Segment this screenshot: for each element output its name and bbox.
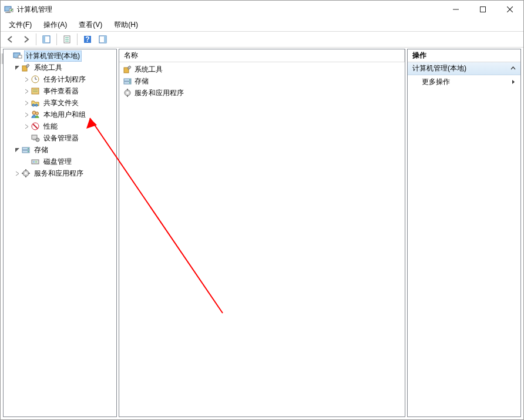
tree-label: 事件查看器 [42,86,80,97]
svg-point-56 [126,92,129,94]
menu-view[interactable]: 查看(V) [74,19,107,31]
svg-rect-48 [22,173,23,174]
svg-rect-25 [32,88,39,94]
chevron-right-icon[interactable] [22,112,31,117]
svg-point-31 [36,112,39,115]
tree-services-apps[interactable]: 服务和应用程序 [4,167,116,179]
list-item-label: 系统工具 [135,65,163,75]
forward-button[interactable] [19,33,33,46]
list-item-label: 服务和应用程序 [135,88,184,98]
svg-rect-57 [127,89,128,90]
tree-label: 磁盘管理 [42,156,73,167]
system-tools-icon [21,63,31,72]
svg-point-29 [35,104,38,106]
work-area: ▸ 计算机管理(本地) 系统工具 任务计划程序 事件查看器 [3,49,521,417]
menu-action[interactable]: 操作(A) [39,19,72,31]
tree-label: 任务计划程序 [42,74,88,85]
device-manager-icon [31,133,40,143]
shared-folders-icon [31,98,40,107]
titlebar: 计算机管理 [1,1,523,18]
toolbar-separator [36,33,36,45]
actions-header: 操作 [408,49,520,62]
help-button[interactable]: ? [80,33,95,46]
list-item-system-tools[interactable]: 系统工具 [119,63,405,75]
tree-shared-folders[interactable]: 共享文件夹 [4,97,116,109]
back-button[interactable] [4,33,18,46]
tree-task-scheduler[interactable]: 任务计划程序 [4,73,116,85]
svg-point-28 [32,104,35,106]
svg-point-36 [36,138,39,142]
partial-external-widget [1,53,3,64]
close-button[interactable] [496,1,523,18]
chevron-right-icon[interactable] [13,171,21,176]
tree-label: 系统工具 [32,62,64,73]
actions-section-title: 计算机管理(本地) [412,63,466,73]
window-title: 计算机管理 [17,5,442,15]
svg-rect-2 [5,12,11,13]
performance-icon [31,122,40,131]
tree-system-tools[interactable]: 系统工具 [4,62,116,73]
tree-storage[interactable]: 存储 [4,144,116,156]
chevron-right-icon[interactable] [22,89,31,94]
svg-rect-42 [33,161,35,163]
show-hide-tree-button[interactable] [39,33,53,46]
minimize-button[interactable] [442,1,469,18]
actions-more[interactable]: 更多操作 [408,75,520,88]
menubar: 文件(F) 操作(A) 查看(V) 帮助(H) [1,18,523,31]
storage-icon [21,145,31,154]
svg-rect-47 [25,176,26,177]
app-icon [4,5,14,14]
column-header-name[interactable]: 名称 [119,49,405,62]
clock-icon [31,75,40,84]
svg-rect-35 [33,139,36,140]
system-tools-icon [123,65,132,74]
chevron-down-icon[interactable] [13,147,21,153]
tree-label: 服务和应用程序 [32,168,85,179]
list-header: 名称 [119,49,405,62]
tree-disk-management[interactable]: ▸ 磁盘管理 [4,156,116,167]
chevron-right-icon[interactable] [22,77,31,82]
tree-label: 计算机管理(本地) [24,51,82,62]
chevron-down-icon[interactable] [13,65,21,70]
list-item-services-apps[interactable]: 服务和应用程序 [119,87,405,99]
services-icon [21,169,31,178]
show-hide-action-pane-button[interactable] [96,33,110,46]
tree-pane[interactable]: ▸ 计算机管理(本地) 系统工具 任务计划程序 事件查看器 [3,49,117,417]
actions-section-header[interactable]: 计算机管理(本地) [408,62,520,75]
svg-point-39 [28,148,29,149]
computer-management-icon [13,51,22,61]
chevron-right-icon [512,79,516,85]
tree-label: 性能 [42,121,59,132]
users-icon [31,110,40,119]
tree-device-manager[interactable]: ▸ 设备管理器 [4,132,116,144]
chevron-right-icon[interactable] [22,124,31,129]
services-icon [123,88,132,98]
disk-management-icon [31,157,40,166]
svg-rect-43 [35,161,37,163]
tree-event-viewer[interactable]: 事件查看器 [4,85,116,97]
tree-performance[interactable]: 性能 [4,120,116,132]
tree-label: 存储 [32,145,50,156]
menu-file[interactable]: 文件(F) [4,19,36,31]
list-body: 系统工具 存储 服务和应用程序 [119,62,405,100]
svg-point-30 [32,111,36,115]
toolbar-separator [56,33,57,45]
tree-root-computer-management[interactable]: ▸ 计算机管理(本地) [4,50,116,62]
list-item-label: 存储 [135,76,149,86]
menu-help[interactable]: 帮助(H) [109,19,143,31]
tree-label: 本地用户和组 [42,109,88,120]
tree-local-users-groups[interactable]: 本地用户和组 [4,109,116,120]
svg-rect-49 [28,173,30,174]
list-pane[interactable]: 名称 系统工具 存储 服务和应用程序 [119,49,405,417]
collapse-icon[interactable] [510,66,516,71]
svg-text:?: ? [85,35,89,43]
svg-rect-9 [43,36,45,43]
list-item-storage[interactable]: 存储 [119,75,405,87]
actions-more-label: 更多操作 [422,77,450,87]
tree-label: 共享文件夹 [42,98,80,109]
chevron-right-icon[interactable] [22,100,31,106]
maximize-button[interactable] [469,1,496,18]
properties-button[interactable] [60,33,74,46]
tree-label: 设备管理器 [42,133,80,144]
svg-rect-5 [481,7,486,12]
